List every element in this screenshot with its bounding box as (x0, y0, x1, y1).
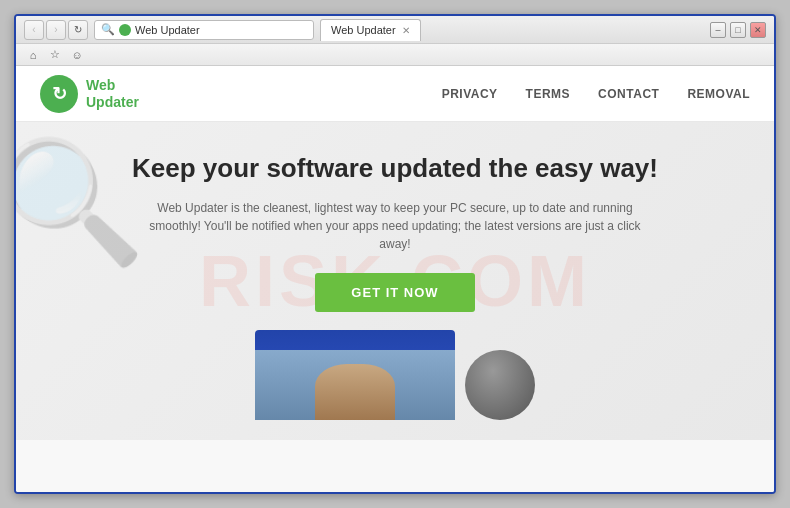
close-button[interactable]: ✕ (750, 22, 766, 38)
nav-terms[interactable]: TERMS (526, 87, 571, 101)
refresh-button[interactable]: ↻ (68, 20, 88, 40)
site-favicon (119, 24, 131, 36)
bottom-preview (56, 330, 734, 420)
title-bar: ‹ › ↻ 🔍 Web Updater Web Updater ✕ – □ ✕ (16, 16, 774, 44)
back-button[interactable]: ‹ (24, 20, 44, 40)
nav-privacy[interactable]: PRIVACY (442, 87, 498, 101)
star-icon[interactable]: ☆ (46, 46, 64, 64)
address-bar[interactable]: 🔍 Web Updater (94, 20, 314, 40)
hero-title: Keep your software updated the easy way! (56, 152, 734, 185)
preview-inner (255, 350, 455, 420)
maximize-button[interactable]: □ (730, 22, 746, 38)
title-bar-left: ‹ › ↻ 🔍 Web Updater Web Updater ✕ (24, 19, 421, 41)
home-icon[interactable]: ⌂ (24, 46, 42, 64)
tab-close-button[interactable]: ✕ (402, 25, 410, 36)
toolbar: ⌂ ☆ ☺ (16, 44, 774, 66)
nav-removal[interactable]: REMOVAL (687, 87, 750, 101)
active-tab[interactable]: Web Updater ✕ (320, 19, 421, 41)
window-controls: – □ ✕ (710, 22, 766, 38)
browser-window: ‹ › ↻ 🔍 Web Updater Web Updater ✕ – □ ✕ (14, 14, 776, 494)
logo-name-line2: Updater (86, 94, 139, 111)
browser-content: ↻ Web Updater PRIVACY TERMS CONTACT REMO… (16, 66, 774, 492)
settings-icon[interactable]: ☺ (68, 46, 86, 64)
search-icon: 🔍 (101, 23, 115, 36)
website: ↻ Web Updater PRIVACY TERMS CONTACT REMO… (16, 66, 774, 492)
site-nav: ↻ Web Updater PRIVACY TERMS CONTACT REMO… (16, 66, 774, 122)
logo-name-line1: Web (86, 77, 139, 94)
site-menu: PRIVACY TERMS CONTACT REMOVAL (442, 87, 750, 101)
address-text: Web Updater (135, 24, 200, 36)
logo-icon: ↻ (40, 75, 78, 113)
nav-contact[interactable]: CONTACT (598, 87, 659, 101)
preview-screenshot (255, 330, 455, 420)
nav-buttons: ‹ › ↻ (24, 20, 88, 40)
logo-text: Web Updater (86, 77, 139, 111)
cta-button[interactable]: GET IT NOW (315, 273, 474, 312)
tab-label: Web Updater (331, 24, 396, 36)
minimize-button[interactable]: – (710, 22, 726, 38)
forward-button[interactable]: › (46, 20, 66, 40)
preview-circle (465, 350, 535, 420)
hero-section: 🔍 RISK.COM Keep your software updated th… (16, 122, 774, 440)
tab-bar: Web Updater ✕ (320, 19, 421, 41)
hero-subtitle: Web Updater is the cleanest, lightest wa… (145, 199, 645, 253)
site-logo: ↻ Web Updater (40, 75, 139, 113)
